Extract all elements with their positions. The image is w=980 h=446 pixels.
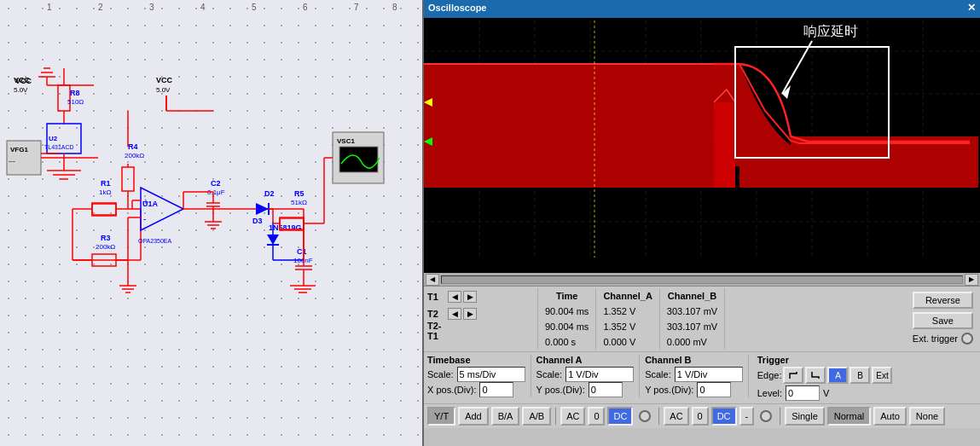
svg-text:5.0V: 5.0V (156, 86, 171, 94)
ext-trigger-label: Ext. trigger (913, 333, 958, 344)
time-header: Time (545, 288, 589, 304)
cha-dc-btn[interactable]: DC (607, 407, 633, 426)
timebase-xpos-label: X pos.(Div): (427, 385, 476, 395)
svg-marker-75 (267, 235, 279, 245)
trigger-level-input[interactable] (786, 385, 820, 401)
svg-text:R8: R8 (70, 89, 80, 97)
timebase-scale-row: Scale: (427, 367, 525, 382)
svg-rect-30 (92, 203, 116, 215)
schematic-svg: U2 TL431ACD VCC R8 510Ω VCC 5.0V 5.0V VF… (0, 0, 424, 446)
ext-trigger-row: Ext. trigger (913, 333, 973, 345)
none-btn[interactable]: None (909, 407, 945, 426)
svg-line-133 (782, 41, 812, 94)
cha-scale-input[interactable] (565, 367, 634, 382)
cha-ypos-label: Y pos.(Div): (536, 385, 585, 395)
trig-rising-btn[interactable] (783, 367, 803, 384)
vcc1-label: VCC (15, 77, 32, 85)
ba-btn[interactable]: B/A (491, 407, 520, 426)
schematic-panel: 1 2 3 4 5 6 7 8 U2 TL431ACD VCC R8 510Ω … (0, 0, 424, 446)
t1-cha: 1.352 V (603, 304, 652, 319)
chb-measurements: Channel_B 303.107 mV 303.107 mV 0.000 mV (660, 288, 725, 350)
oscilloscope-panel: Oscilloscope ✕ (424, 0, 980, 446)
scrollbar-track[interactable] (441, 275, 963, 284)
t2-left-btn[interactable]: ◀ (448, 308, 461, 320)
ext-trigger-radio[interactable] (961, 333, 973, 345)
t2-time: 90.004 ms (545, 319, 589, 334)
cha-ypos-input[interactable] (589, 382, 623, 397)
t2-label: T2 (427, 309, 446, 319)
chb-dc-btn[interactable]: DC (711, 407, 737, 426)
diff-cha: 0.000 V (603, 334, 652, 350)
cha-ac-btn[interactable]: AC (560, 407, 585, 426)
save-button[interactable]: Save (913, 312, 973, 329)
svg-text:+: + (143, 197, 148, 206)
chb-gnd-btn[interactable]: 0 (692, 407, 709, 426)
trig-ext-btn[interactable]: Ext (872, 367, 892, 384)
trigger-edge-row: Edge: A B Ext (757, 367, 893, 384)
t1-time: 90.004 ms (545, 304, 589, 319)
waveform-svg: 响应延时 (424, 0, 980, 273)
svg-text:5.0V: 5.0V (14, 86, 28, 94)
scope-title-bar: Oscilloscope ✕ (424, 0, 980, 15)
trigger-label: Trigger (757, 355, 893, 365)
t1-chb: 303.107 mV (667, 304, 717, 319)
cursor-section: T1 ◀ ▶ T2 ◀ ▶ T2-T1 (427, 288, 538, 350)
scroll-left[interactable]: ◀ (426, 274, 439, 286)
t2-right-btn[interactable]: ▶ (463, 308, 477, 320)
right-buttons: Reverse Save Ext. trigger (909, 288, 977, 350)
cha-radio[interactable] (639, 410, 651, 422)
svg-text:VFG1: VFG1 (10, 146, 28, 153)
svg-text:C2: C2 (211, 179, 221, 188)
t2-cha: 1.352 V (603, 319, 652, 334)
svg-rect-29 (92, 204, 116, 216)
timebase-scale-input[interactable] (457, 367, 525, 382)
measurements-row: T1 ◀ ▶ T2 ◀ ▶ T2-T1 Time 90.004 ms 90.00… (424, 287, 980, 352)
t1-left-btn[interactable]: ◀ (448, 291, 461, 303)
svg-text:OPA2350EA: OPA2350EA (138, 238, 172, 244)
chb-ac-btn[interactable]: AC (664, 407, 688, 426)
cursor-diff-row: T2-T1 (427, 322, 534, 339)
cha-gnd-btn[interactable]: 0 (588, 407, 605, 426)
svg-text:1kΩ: 1kΩ (99, 188, 111, 196)
chb-radio[interactable] (760, 410, 772, 422)
trig-cha-btn[interactable]: A (827, 367, 848, 384)
trig-chb-btn[interactable]: B (850, 367, 870, 384)
cursor-t1-row: T1 ◀ ▶ (427, 288, 534, 305)
chb-ypos-input[interactable] (697, 382, 731, 397)
add-btn[interactable]: Add (458, 407, 489, 426)
timebase-xpos-input[interactable] (479, 382, 513, 397)
scope-close-btn[interactable]: ✕ (967, 2, 976, 14)
chb-scale-input[interactable] (675, 367, 743, 382)
timebase-group: Timebase Scale: X pos.(Div): (427, 355, 531, 397)
settings-row: Timebase Scale: X pos.(Div): Channel A S… (424, 352, 980, 404)
svg-text:C1: C1 (297, 247, 307, 256)
trigger-group: Trigger Edge: A B Ext Level: V (754, 355, 893, 401)
t1-right-btn[interactable]: ▶ (463, 291, 477, 303)
chb-scale-label: Scale: (645, 369, 671, 379)
scope-top-indicator (424, 15, 980, 18)
yt-btn[interactable]: Y/T (427, 407, 455, 426)
reverse-button[interactable]: Reverse (913, 292, 973, 309)
svg-text:-: - (143, 214, 146, 223)
svg-text:~~: ~~ (9, 159, 15, 165)
svg-text:200kΩ: 200kΩ (96, 243, 115, 251)
scope-display: Oscilloscope ✕ (424, 0, 980, 273)
cha-measurements: Channel_A 1.352 V 1.352 V 0.000 V (596, 288, 659, 350)
chb-settings-label: Channel B (645, 355, 743, 365)
timebase-xpos-row: X pos.(Div): (427, 382, 525, 397)
svg-rect-130 (714, 102, 735, 188)
chb-dash-btn[interactable]: - (739, 407, 755, 426)
diff-time: 0.000 s (545, 334, 589, 350)
auto-btn[interactable]: Auto (873, 407, 907, 426)
sep2 (658, 408, 659, 425)
normal-btn[interactable]: Normal (827, 407, 871, 426)
ab-btn[interactable]: A/B (522, 407, 551, 426)
single-btn[interactable]: Single (785, 407, 825, 426)
svg-text:响应延时: 响应延时 (803, 24, 858, 38)
cha-ypos-row: Y pos.(Div): (536, 382, 635, 397)
svg-text:510Ω: 510Ω (67, 98, 84, 106)
svg-marker-45 (141, 188, 183, 230)
t2-chb: 303.107 mV (667, 319, 717, 334)
trig-falling-btn[interactable] (805, 367, 826, 384)
scroll-right[interactable]: ▶ (965, 274, 978, 286)
